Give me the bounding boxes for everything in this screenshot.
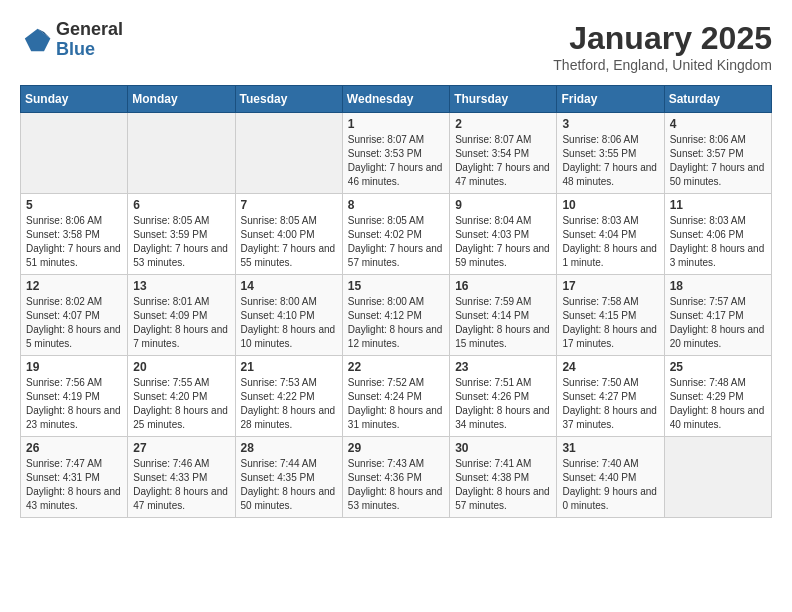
calendar-cell: 8Sunrise: 8:05 AM Sunset: 4:02 PM Daylig… [342, 194, 449, 275]
calendar-cell [235, 113, 342, 194]
day-info: Sunrise: 8:01 AM Sunset: 4:09 PM Dayligh… [133, 295, 229, 351]
day-number: 25 [670, 360, 766, 374]
calendar-header: SundayMondayTuesdayWednesdayThursdayFrid… [21, 86, 772, 113]
day-number: 12 [26, 279, 122, 293]
week-row-1: 1Sunrise: 8:07 AM Sunset: 3:53 PM Daylig… [21, 113, 772, 194]
logo: General Blue [20, 20, 123, 60]
header-day-tuesday: Tuesday [235, 86, 342, 113]
day-number: 20 [133, 360, 229, 374]
calendar-cell: 22Sunrise: 7:52 AM Sunset: 4:24 PM Dayli… [342, 356, 449, 437]
day-info: Sunrise: 8:06 AM Sunset: 3:58 PM Dayligh… [26, 214, 122, 270]
calendar-cell: 13Sunrise: 8:01 AM Sunset: 4:09 PM Dayli… [128, 275, 235, 356]
day-number: 29 [348, 441, 444, 455]
day-number: 26 [26, 441, 122, 455]
day-number: 18 [670, 279, 766, 293]
header-day-saturday: Saturday [664, 86, 771, 113]
calendar-cell: 1Sunrise: 8:07 AM Sunset: 3:53 PM Daylig… [342, 113, 449, 194]
day-info: Sunrise: 7:48 AM Sunset: 4:29 PM Dayligh… [670, 376, 766, 432]
header-day-wednesday: Wednesday [342, 86, 449, 113]
day-number: 31 [562, 441, 658, 455]
page-header: General Blue January 2025 Thetford, Engl… [20, 20, 772, 73]
calendar-cell: 2Sunrise: 8:07 AM Sunset: 3:54 PM Daylig… [450, 113, 557, 194]
calendar-cell: 12Sunrise: 8:02 AM Sunset: 4:07 PM Dayli… [21, 275, 128, 356]
header-day-friday: Friday [557, 86, 664, 113]
day-info: Sunrise: 8:05 AM Sunset: 4:02 PM Dayligh… [348, 214, 444, 270]
week-row-4: 19Sunrise: 7:56 AM Sunset: 4:19 PM Dayli… [21, 356, 772, 437]
day-number: 24 [562, 360, 658, 374]
calendar-cell: 6Sunrise: 8:05 AM Sunset: 3:59 PM Daylig… [128, 194, 235, 275]
day-info: Sunrise: 8:02 AM Sunset: 4:07 PM Dayligh… [26, 295, 122, 351]
svg-marker-0 [25, 29, 51, 51]
header-day-thursday: Thursday [450, 86, 557, 113]
day-info: Sunrise: 7:44 AM Sunset: 4:35 PM Dayligh… [241, 457, 337, 513]
calendar-cell: 31Sunrise: 7:40 AM Sunset: 4:40 PM Dayli… [557, 437, 664, 518]
day-info: Sunrise: 7:57 AM Sunset: 4:17 PM Dayligh… [670, 295, 766, 351]
calendar-cell: 27Sunrise: 7:46 AM Sunset: 4:33 PM Dayli… [128, 437, 235, 518]
calendar-cell: 30Sunrise: 7:41 AM Sunset: 4:38 PM Dayli… [450, 437, 557, 518]
title-block: January 2025 Thetford, England, United K… [553, 20, 772, 73]
calendar-body: 1Sunrise: 8:07 AM Sunset: 3:53 PM Daylig… [21, 113, 772, 518]
day-info: Sunrise: 8:00 AM Sunset: 4:10 PM Dayligh… [241, 295, 337, 351]
day-number: 14 [241, 279, 337, 293]
calendar-cell: 29Sunrise: 7:43 AM Sunset: 4:36 PM Dayli… [342, 437, 449, 518]
day-info: Sunrise: 7:41 AM Sunset: 4:38 PM Dayligh… [455, 457, 551, 513]
calendar-cell [664, 437, 771, 518]
day-number: 6 [133, 198, 229, 212]
day-number: 10 [562, 198, 658, 212]
calendar-cell: 23Sunrise: 7:51 AM Sunset: 4:26 PM Dayli… [450, 356, 557, 437]
logo-icon [20, 24, 52, 56]
day-info: Sunrise: 8:04 AM Sunset: 4:03 PM Dayligh… [455, 214, 551, 270]
day-info: Sunrise: 8:06 AM Sunset: 3:57 PM Dayligh… [670, 133, 766, 189]
day-info: Sunrise: 8:06 AM Sunset: 3:55 PM Dayligh… [562, 133, 658, 189]
day-number: 15 [348, 279, 444, 293]
calendar-cell: 14Sunrise: 8:00 AM Sunset: 4:10 PM Dayli… [235, 275, 342, 356]
calendar-cell: 18Sunrise: 7:57 AM Sunset: 4:17 PM Dayli… [664, 275, 771, 356]
day-number: 21 [241, 360, 337, 374]
month-title: January 2025 [553, 20, 772, 57]
day-number: 28 [241, 441, 337, 455]
day-number: 4 [670, 117, 766, 131]
day-info: Sunrise: 7:52 AM Sunset: 4:24 PM Dayligh… [348, 376, 444, 432]
day-info: Sunrise: 7:40 AM Sunset: 4:40 PM Dayligh… [562, 457, 658, 513]
day-info: Sunrise: 7:51 AM Sunset: 4:26 PM Dayligh… [455, 376, 551, 432]
calendar-cell: 16Sunrise: 7:59 AM Sunset: 4:14 PM Dayli… [450, 275, 557, 356]
day-info: Sunrise: 8:00 AM Sunset: 4:12 PM Dayligh… [348, 295, 444, 351]
calendar-cell: 28Sunrise: 7:44 AM Sunset: 4:35 PM Dayli… [235, 437, 342, 518]
calendar-cell: 17Sunrise: 7:58 AM Sunset: 4:15 PM Dayli… [557, 275, 664, 356]
week-row-3: 12Sunrise: 8:02 AM Sunset: 4:07 PM Dayli… [21, 275, 772, 356]
day-number: 23 [455, 360, 551, 374]
calendar-cell [21, 113, 128, 194]
calendar-cell: 10Sunrise: 8:03 AM Sunset: 4:04 PM Dayli… [557, 194, 664, 275]
day-info: Sunrise: 8:03 AM Sunset: 4:04 PM Dayligh… [562, 214, 658, 270]
day-info: Sunrise: 8:07 AM Sunset: 3:53 PM Dayligh… [348, 133, 444, 189]
calendar-cell: 9Sunrise: 8:04 AM Sunset: 4:03 PM Daylig… [450, 194, 557, 275]
location: Thetford, England, United Kingdom [553, 57, 772, 73]
day-number: 30 [455, 441, 551, 455]
day-number: 16 [455, 279, 551, 293]
calendar-cell: 11Sunrise: 8:03 AM Sunset: 4:06 PM Dayli… [664, 194, 771, 275]
day-info: Sunrise: 8:05 AM Sunset: 4:00 PM Dayligh… [241, 214, 337, 270]
day-info: Sunrise: 8:05 AM Sunset: 3:59 PM Dayligh… [133, 214, 229, 270]
week-row-2: 5Sunrise: 8:06 AM Sunset: 3:58 PM Daylig… [21, 194, 772, 275]
week-row-5: 26Sunrise: 7:47 AM Sunset: 4:31 PM Dayli… [21, 437, 772, 518]
calendar-cell: 3Sunrise: 8:06 AM Sunset: 3:55 PM Daylig… [557, 113, 664, 194]
calendar-cell: 4Sunrise: 8:06 AM Sunset: 3:57 PM Daylig… [664, 113, 771, 194]
day-info: Sunrise: 7:53 AM Sunset: 4:22 PM Dayligh… [241, 376, 337, 432]
day-number: 1 [348, 117, 444, 131]
calendar-cell: 26Sunrise: 7:47 AM Sunset: 4:31 PM Dayli… [21, 437, 128, 518]
logo-blue-text: Blue [56, 40, 123, 60]
calendar-cell: 21Sunrise: 7:53 AM Sunset: 4:22 PM Dayli… [235, 356, 342, 437]
calendar-cell: 24Sunrise: 7:50 AM Sunset: 4:27 PM Dayli… [557, 356, 664, 437]
day-info: Sunrise: 7:47 AM Sunset: 4:31 PM Dayligh… [26, 457, 122, 513]
day-info: Sunrise: 7:55 AM Sunset: 4:20 PM Dayligh… [133, 376, 229, 432]
day-number: 2 [455, 117, 551, 131]
day-number: 3 [562, 117, 658, 131]
day-number: 19 [26, 360, 122, 374]
day-info: Sunrise: 7:56 AM Sunset: 4:19 PM Dayligh… [26, 376, 122, 432]
day-number: 7 [241, 198, 337, 212]
calendar-table: SundayMondayTuesdayWednesdayThursdayFrid… [20, 85, 772, 518]
day-info: Sunrise: 7:50 AM Sunset: 4:27 PM Dayligh… [562, 376, 658, 432]
calendar-cell: 25Sunrise: 7:48 AM Sunset: 4:29 PM Dayli… [664, 356, 771, 437]
day-info: Sunrise: 7:59 AM Sunset: 4:14 PM Dayligh… [455, 295, 551, 351]
calendar-cell: 20Sunrise: 7:55 AM Sunset: 4:20 PM Dayli… [128, 356, 235, 437]
